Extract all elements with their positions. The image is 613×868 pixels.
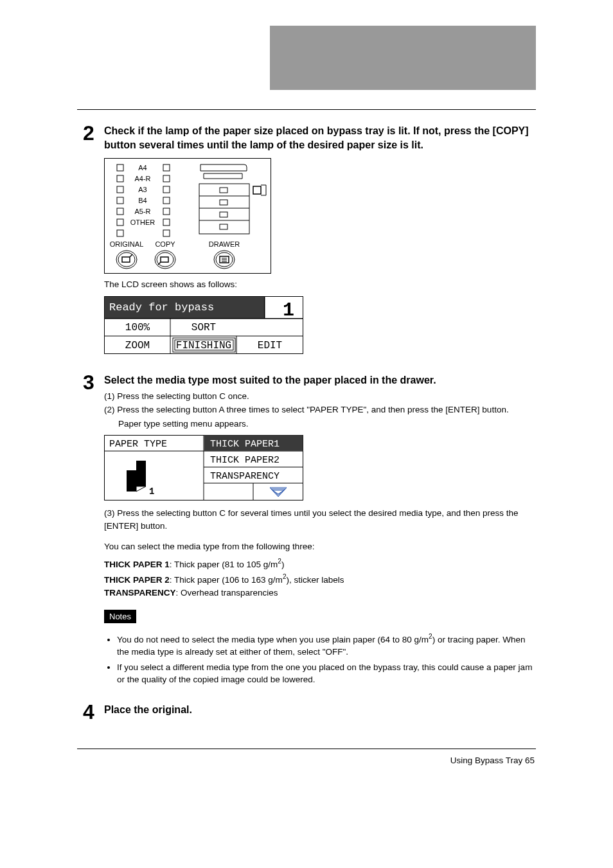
svg-rect-35 — [253, 186, 261, 194]
transparency-rest: : Overhead transparencies — [176, 588, 278, 598]
step-3-sub3: (3) Press the selecting button C for sev… — [104, 507, 536, 532]
svg-rect-1 — [117, 164, 123, 171]
note-1: You do not need to select the media type… — [117, 632, 536, 659]
svg-text:ZOOM: ZOOM — [125, 340, 150, 351]
thick-paper-1-end: ) — [281, 560, 285, 569]
svg-text:A4-R: A4-R — [134, 175, 150, 182]
svg-rect-32 — [220, 200, 227, 205]
step-3-sub3-text: (3) Press the selecting button C for sev… — [104, 508, 519, 531]
thick-paper-2-line: THICK PAPER 2: Thick paper (106 to 163 g… — [104, 572, 536, 586]
svg-point-25 — [155, 251, 175, 269]
step-3: 3 Select the media type most suited to t… — [77, 372, 536, 689]
svg-text:TRANSPARENCY: TRANSPARENCY — [210, 471, 280, 482]
thick-paper-1-line: THICK PAPER 1: Thick paper (81 to 105 g/… — [104, 557, 536, 571]
svg-rect-9 — [163, 186, 170, 193]
svg-text:A4: A4 — [138, 164, 147, 172]
svg-text:THICK PAPER1: THICK PAPER1 — [210, 439, 280, 450]
svg-rect-4 — [117, 175, 123, 182]
svg-text:ORIGINAL: ORIGINAL — [110, 240, 144, 248]
step-3-heading: Select the media type most suited to the… — [104, 373, 536, 387]
svg-rect-18 — [163, 219, 170, 226]
svg-text:EDIT: EDIT — [258, 340, 282, 351]
svg-text:SORT: SORT — [191, 322, 216, 333]
header-banner — [270, 26, 536, 90]
lcd-screen-1: Ready for bypass 1 100% SORT ZOOM EDIT — [104, 296, 536, 354]
svg-text:OTHER: OTHER — [130, 218, 155, 226]
step-2: 2 Check if the lamp of the paper size pl… — [77, 123, 536, 359]
step-4-heading: Place the original. — [104, 703, 536, 717]
step-3-sub2b: Paper type setting menu appears. — [104, 418, 536, 430]
lcd-screen-2: PAPER TYPE THICK PAPER1 THICK PAPER2 TRA… — [104, 435, 536, 500]
notes-label: Notes — [104, 610, 136, 623]
svg-text:PAPER TYPE: PAPER TYPE — [109, 439, 167, 450]
svg-text:Ready for bypass: Ready for bypass — [109, 301, 214, 314]
lcd-intro-text: The LCD screen shows as follows: — [104, 279, 536, 291]
step-3-number: 3 — [77, 372, 100, 393]
svg-rect-10 — [117, 197, 123, 204]
footer-rule — [77, 748, 536, 749]
svg-rect-12 — [163, 197, 170, 204]
step-3-sub1: (1) Press the selecting button C once. — [104, 390, 536, 403]
svg-rect-16 — [117, 219, 123, 226]
svg-rect-7 — [117, 186, 123, 193]
svg-text:DRAWER: DRAWER — [209, 240, 240, 248]
svg-text:A3: A3 — [138, 186, 147, 193]
step-3-sub2: (2) Press the selecting button A three t… — [104, 403, 536, 416]
media-type-intro: You can select the media type from the f… — [104, 541, 536, 553]
svg-text:B4: B4 — [138, 197, 147, 204]
svg-rect-15 — [163, 208, 170, 215]
svg-text:A5-R: A5-R — [134, 208, 150, 215]
svg-point-26 — [157, 252, 173, 267]
svg-rect-3 — [163, 164, 170, 171]
svg-rect-6 — [163, 175, 170, 182]
transparency-line: TRANSPARENCY: Overhead transparencies — [104, 587, 536, 599]
transparency-label: TRANSPARENCY — [104, 588, 176, 598]
svg-rect-33 — [220, 212, 227, 217]
svg-point-23 — [116, 251, 137, 269]
step-4: 4 Place the original. — [77, 702, 536, 723]
svg-rect-19 — [117, 230, 123, 236]
svg-rect-31 — [220, 188, 227, 193]
svg-text:FINISHING: FINISHING — [176, 340, 231, 351]
note-2: If you select a different media type fro… — [117, 661, 536, 686]
step-4-number: 4 — [77, 702, 100, 722]
svg-rect-0 — [105, 159, 271, 274]
svg-text:COPY: COPY — [155, 240, 175, 248]
svg-rect-34 — [220, 224, 227, 229]
svg-text:1: 1 — [283, 299, 294, 321]
page-footer: Using Bypass Tray 65 — [77, 756, 536, 765]
step-3-sub2-text: (2) Press the selecting button A three t… — [104, 405, 509, 414]
notes-list: You do not need to select the media type… — [104, 632, 536, 686]
thick-paper-2-label: THICK PAPER 2 — [104, 574, 170, 584]
note-1a: You do not need to select the media type… — [117, 635, 429, 644]
thick-paper-2-rest: : Thick paper (106 to 163 g/m — [170, 574, 283, 584]
thick-paper-1-label: THICK PAPER 1 — [104, 560, 170, 569]
svg-text:100%: 100% — [125, 322, 150, 333]
svg-text:THICK PAPER2: THICK PAPER2 — [210, 455, 280, 466]
svg-rect-20 — [163, 230, 170, 236]
control-panel-diagram: A4 A4-R A3 B4 A5-R — [104, 158, 536, 274]
svg-rect-13 — [117, 208, 123, 215]
step-2-number: 2 — [77, 123, 100, 143]
thick-paper-1-rest: : Thick paper (81 to 105 g/m — [170, 560, 278, 569]
step-2-heading: Check if the lamp of the paper size plac… — [104, 124, 536, 152]
thick-paper-2-end: ), sticker labels — [287, 574, 344, 584]
top-rule — [77, 109, 536, 110]
svg-text:1: 1 — [149, 486, 154, 497]
svg-rect-27 — [199, 184, 249, 234]
